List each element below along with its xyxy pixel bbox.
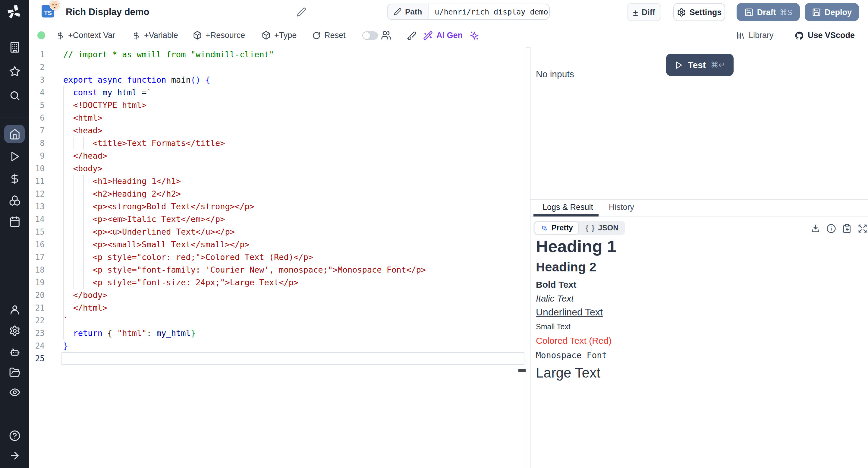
diff-mode-toggle[interactable] bbox=[362, 31, 378, 40]
code-editor[interactable]: 1// import * as wmill from "windmill-cli… bbox=[29, 47, 526, 468]
play-icon bbox=[675, 61, 683, 69]
preview-panel: Test ⌘↵ No inputs Logs & Result History … bbox=[530, 47, 868, 468]
code-line: 19 <p style="font-size: 24px;">Large Tex… bbox=[29, 276, 526, 289]
code-line: 15 <p><u>Underlined Text</u></p> bbox=[29, 226, 526, 238]
clipboard-copy-icon[interactable] bbox=[842, 224, 852, 233]
library-button[interactable]: Library bbox=[736, 24, 774, 47]
top-bar: TS Rich Display demo Path u/henri/rich_d… bbox=[29, 0, 868, 25]
search-icon bbox=[9, 90, 20, 101]
ai-gen-button[interactable]: AI Gen bbox=[423, 24, 463, 47]
sidebar-item-schedules[interactable] bbox=[0, 212, 29, 230]
sidebar-item-collapse[interactable] bbox=[0, 446, 29, 464]
folder-open-icon bbox=[9, 367, 20, 378]
tab-logs-result[interactable]: Logs & Result bbox=[542, 203, 593, 212]
sidebar-item-resources[interactable] bbox=[0, 191, 29, 209]
baby-emoji-icon bbox=[50, 0, 60, 10]
reset-button[interactable]: Reset bbox=[312, 24, 346, 47]
line-number: 24 bbox=[29, 340, 61, 352]
result-item-italic: Italic Text bbox=[536, 293, 862, 304]
tab-history[interactable]: History bbox=[609, 203, 634, 212]
draft-shortcut: ⌘S bbox=[780, 7, 792, 17]
sidebar-item-favorites[interactable] bbox=[0, 62, 29, 80]
line-number: 7 bbox=[29, 124, 61, 137]
sidebar-item-account[interactable] bbox=[0, 300, 29, 318]
play-icon bbox=[9, 150, 20, 162]
sidebar-divider bbox=[0, 118, 29, 118]
boxes-icon bbox=[9, 195, 20, 206]
view-mode-pretty[interactable]: Pretty bbox=[535, 221, 579, 235]
settings-button[interactable]: Settings bbox=[673, 3, 725, 21]
view-mode-json[interactable]: { } JSON bbox=[580, 222, 624, 234]
sidebar-item-runs[interactable] bbox=[0, 147, 29, 165]
help-circle-icon bbox=[9, 430, 20, 441]
collaborators-button[interactable] bbox=[381, 24, 391, 47]
add-variable-button[interactable]: +Variable bbox=[132, 24, 178, 47]
sidebar-item-settings[interactable] bbox=[0, 321, 29, 340]
code-line: 8 <title>Text Formats</title> bbox=[29, 137, 526, 150]
diff-button[interactable]: ± Diff bbox=[627, 3, 661, 21]
format-button[interactable] bbox=[407, 24, 416, 47]
line-number: 2 bbox=[29, 61, 61, 74]
edit-summary-pencil-icon[interactable] bbox=[297, 7, 306, 17]
main-area: TS Rich Display demo Path u/henri/rich_d… bbox=[29, 0, 868, 468]
line-number: 9 bbox=[29, 150, 61, 162]
page-title: Rich Display demo bbox=[66, 0, 149, 24]
sidebar-item-search[interactable] bbox=[0, 86, 29, 104]
windmill-logo-icon[interactable] bbox=[6, 4, 23, 21]
path-field[interactable]: Path u/henri/rich_display_demo bbox=[387, 4, 550, 20]
braces-icon: { } bbox=[586, 224, 595, 232]
code-line: 17 <p style="color: red;">Colored Text (… bbox=[29, 251, 526, 264]
code-line: 6 <html> bbox=[29, 112, 526, 124]
path-value[interactable]: u/henri/rich_display_demo bbox=[429, 7, 550, 16]
test-shortcut: ⌘↵ bbox=[711, 60, 725, 69]
editor-right-edge bbox=[526, 47, 526, 468]
sidebar-item-folders[interactable] bbox=[0, 363, 29, 381]
view-mode-switch: Pretty { } JSON bbox=[533, 221, 625, 235]
sidebar-item-help[interactable] bbox=[0, 427, 29, 444]
line-number: 14 bbox=[29, 213, 61, 226]
code-line: 7 <head> bbox=[29, 124, 526, 137]
add-context-var-button[interactable]: +Context Var bbox=[56, 24, 115, 47]
line-number: 20 bbox=[29, 289, 61, 301]
sidebar-item-audit-logs[interactable] bbox=[0, 383, 29, 401]
sidebar-item-workspace[interactable] bbox=[0, 38, 29, 56]
code-line: 1// import * as wmill from "windmill-cli… bbox=[29, 48, 526, 61]
ai-assistant-button[interactable] bbox=[470, 24, 479, 47]
dollar-icon bbox=[132, 31, 141, 39]
pen-nib-icon bbox=[541, 224, 549, 232]
add-resource-button[interactable]: +Resource bbox=[193, 24, 245, 47]
code-line: 22` bbox=[29, 314, 526, 327]
line-number: 12 bbox=[29, 187, 61, 200]
test-button[interactable]: Test ⌘↵ bbox=[666, 54, 734, 76]
result-item-mono: Monospace Font bbox=[536, 350, 862, 361]
use-vscode-button[interactable]: Use VScode bbox=[795, 24, 855, 47]
deploy-button[interactable]: Deploy bbox=[805, 3, 859, 21]
result-item-red: Colored Text (Red) bbox=[536, 335, 862, 346]
expand-icon[interactable] bbox=[858, 224, 867, 233]
sidebar-item-home[interactable] bbox=[0, 125, 29, 143]
gear-icon bbox=[9, 325, 20, 336]
building-icon bbox=[9, 41, 20, 53]
code-line: 25 bbox=[29, 352, 526, 365]
line-number: 22 bbox=[29, 314, 61, 327]
line-number: 8 bbox=[29, 137, 61, 150]
sidebar-item-variables[interactable] bbox=[0, 170, 29, 187]
sparkles-icon bbox=[470, 30, 479, 40]
add-type-button[interactable]: +Type bbox=[261, 24, 297, 47]
code-line: 3export async function main() { bbox=[29, 74, 526, 86]
result-item-underline: Underlined Text bbox=[536, 306, 862, 318]
draft-button[interactable]: Draft ⌘S bbox=[737, 3, 800, 21]
line-number: 5 bbox=[29, 99, 61, 112]
code-line: 5 <!DOCTYPE html> bbox=[29, 99, 526, 112]
info-icon[interactable] bbox=[827, 224, 836, 233]
code-line: 10 <body> bbox=[29, 162, 526, 175]
line-number: 6 bbox=[29, 112, 61, 124]
code-line: 13 <p><strong>Bold Text</strong></p> bbox=[29, 200, 526, 213]
no-inputs-label: No inputs bbox=[536, 69, 574, 79]
code-line: 24} bbox=[29, 340, 526, 352]
sidebar bbox=[0, 0, 29, 468]
sidebar-item-workers[interactable] bbox=[0, 343, 29, 361]
overview-ruler-cursor bbox=[518, 369, 526, 372]
download-icon[interactable] bbox=[811, 224, 820, 233]
package-icon bbox=[193, 31, 202, 40]
